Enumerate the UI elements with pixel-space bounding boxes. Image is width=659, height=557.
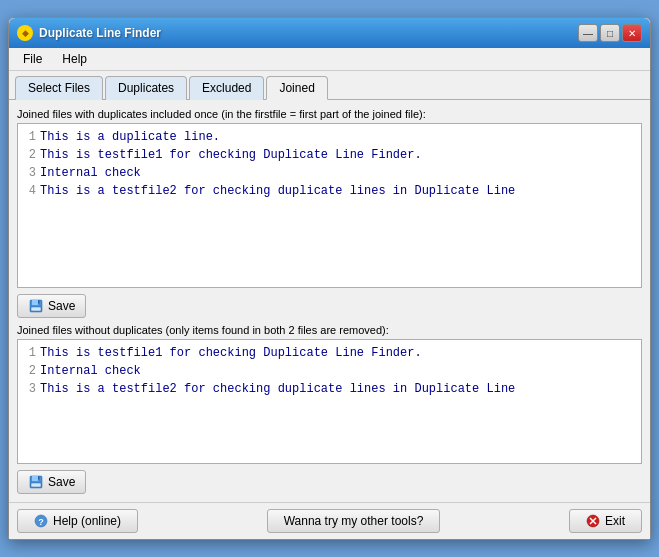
svg-rect-1 xyxy=(32,300,38,305)
tab-duplicates[interactable]: Duplicates xyxy=(105,76,187,100)
svg-rect-5 xyxy=(32,476,38,481)
tab-excluded[interactable]: Excluded xyxy=(189,76,264,100)
list-item: 2Internal check xyxy=(24,362,635,380)
list-item: 1This is a duplicate line. xyxy=(24,128,635,146)
svg-rect-2 xyxy=(31,307,41,311)
bottom-save-button[interactable]: Save xyxy=(17,470,86,494)
save-icon xyxy=(28,474,44,490)
menubar: File Help xyxy=(9,48,650,71)
window-title: Duplicate Line Finder xyxy=(39,26,161,40)
bottom-save-label: Save xyxy=(48,475,75,489)
menu-file[interactable]: File xyxy=(15,50,50,68)
main-content: Joined files with duplicates included on… xyxy=(9,100,650,502)
help-label: Help (online) xyxy=(53,514,121,528)
list-item: 2This is testfile1 for checking Duplicat… xyxy=(24,146,635,164)
svg-rect-3 xyxy=(38,301,40,304)
exit-icon xyxy=(586,514,600,528)
tabs-bar: Select Files Duplicates Excluded Joined xyxy=(9,71,650,100)
list-item: 3Internal check xyxy=(24,164,635,182)
top-section: Joined files with duplicates included on… xyxy=(17,108,642,288)
list-item: 3This is a testfile2 for checking duplic… xyxy=(24,380,635,398)
bottom-bar: ? Help (online) Wanna try my other tools… xyxy=(9,502,650,539)
svg-text:?: ? xyxy=(38,517,44,527)
title-bar: ◆ Duplicate Line Finder — □ ✕ xyxy=(9,18,650,48)
main-window: ◆ Duplicate Line Finder — □ ✕ File Help … xyxy=(8,17,651,540)
title-bar-left: ◆ Duplicate Line Finder xyxy=(17,25,161,41)
exit-button[interactable]: Exit xyxy=(569,509,642,533)
save-icon xyxy=(28,298,44,314)
tools-button[interactable]: Wanna try my other tools? xyxy=(267,509,441,533)
tab-select-files[interactable]: Select Files xyxy=(15,76,103,100)
tools-label: Wanna try my other tools? xyxy=(284,514,424,528)
svg-rect-6 xyxy=(31,483,41,487)
top-text-scroll[interactable]: 1This is a duplicate line. 2This is test… xyxy=(18,124,641,287)
help-button[interactable]: ? Help (online) xyxy=(17,509,138,533)
menu-help[interactable]: Help xyxy=(54,50,95,68)
exit-label: Exit xyxy=(605,514,625,528)
title-controls: — □ ✕ xyxy=(578,24,642,42)
bottom-section: Joined files without duplicates (only it… xyxy=(17,324,642,464)
svg-rect-7 xyxy=(38,477,40,480)
bottom-section-label: Joined files without duplicates (only it… xyxy=(17,324,642,336)
top-section-label: Joined files with duplicates included on… xyxy=(17,108,642,120)
minimize-button[interactable]: — xyxy=(578,24,598,42)
list-item: 1This is testfile1 for checking Duplicat… xyxy=(24,344,635,362)
tab-joined[interactable]: Joined xyxy=(266,76,327,100)
app-icon: ◆ xyxy=(17,25,33,41)
top-text-area[interactable]: 1This is a duplicate line. 2This is test… xyxy=(17,123,642,288)
bottom-text-area[interactable]: 1This is testfile1 for checking Duplicat… xyxy=(17,339,642,464)
top-save-button[interactable]: Save xyxy=(17,294,86,318)
help-icon: ? xyxy=(34,514,48,528)
bottom-text-scroll[interactable]: 1This is testfile1 for checking Duplicat… xyxy=(18,340,641,463)
top-save-label: Save xyxy=(48,299,75,313)
list-item: 4This is a testfile2 for checking duplic… xyxy=(24,182,635,200)
maximize-button[interactable]: □ xyxy=(600,24,620,42)
close-button[interactable]: ✕ xyxy=(622,24,642,42)
